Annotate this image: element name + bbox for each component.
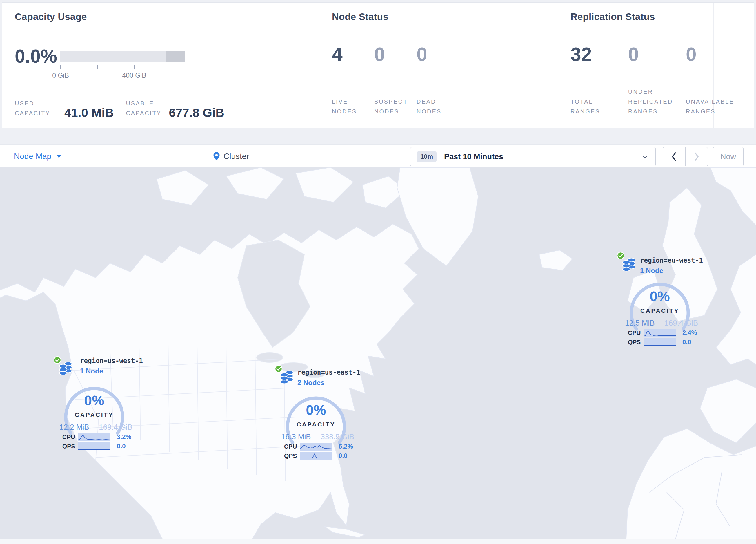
dead-nodes-label: DEAD NODES bbox=[417, 97, 451, 116]
database-nodes-icon bbox=[59, 361, 72, 376]
node-count-link[interactable]: 1 Node bbox=[80, 367, 143, 375]
qps-row: QPS 0.0 bbox=[628, 338, 700, 347]
time-window-badge: 10m bbox=[417, 151, 437, 162]
cpu-row: CPU 5.2% bbox=[284, 442, 357, 451]
used-capacity: 12.5 MiB bbox=[625, 319, 655, 328]
map-toolbar: Node Map Cluster 10m Past 10 Minutes bbox=[0, 144, 756, 168]
axis-tick-label: 0 GiB bbox=[43, 72, 78, 79]
time-step-buttons bbox=[663, 147, 708, 166]
capacity-caption: CAPACITY bbox=[619, 307, 700, 314]
under-replicated-ranges-stat: 0 UNDER-REPLICATED RANGES bbox=[628, 44, 686, 116]
total-ranges-value: 32 bbox=[570, 44, 628, 65]
used-capacity: 16.3 MiB bbox=[281, 432, 311, 441]
replication-status-section: Replication Status 32 TOTAL RANGES 0 UND… bbox=[570, 11, 753, 127]
map-pin-icon bbox=[213, 152, 220, 161]
region-label: region=us-east-1 bbox=[297, 368, 360, 377]
under-replicated-ranges-value: 0 bbox=[628, 44, 686, 65]
time-window-select[interactable]: 10m Past 10 Minutes bbox=[410, 147, 656, 166]
qps-value: 0.0 bbox=[339, 452, 348, 460]
dead-nodes-stat: 0 DEAD NODES bbox=[417, 44, 463, 116]
unavailable-ranges-label: UNAVAILABLE RANGES bbox=[686, 97, 744, 116]
world-map bbox=[0, 167, 756, 539]
suspect-nodes-value: 0 bbox=[374, 44, 417, 65]
chevron-right-icon bbox=[694, 152, 699, 161]
live-nodes-label: LIVE NODES bbox=[332, 97, 367, 116]
region-label: region=eu-west-1 bbox=[640, 256, 703, 264]
node-count-link[interactable]: 1 Node bbox=[640, 266, 703, 275]
qps-row: QPS 0.0 bbox=[62, 442, 135, 451]
view-selector-dropdown[interactable]: Node Map bbox=[14, 145, 61, 168]
node-status-stats: 4 LIVE NODES 0 SUSPECT NODES 0 DEAD NODE… bbox=[332, 44, 463, 116]
qps-label: QPS bbox=[284, 452, 300, 459]
qps-row: QPS 0.0 bbox=[284, 452, 357, 460]
cpu-sparkline bbox=[644, 329, 676, 337]
cpu-row: CPU 3.2% bbox=[62, 433, 135, 441]
cpu-label: CPU bbox=[62, 434, 78, 440]
view-selector-label: Node Map bbox=[14, 152, 51, 161]
capacity-percent: 0% bbox=[54, 394, 135, 408]
time-window-label: Past 10 Minutes bbox=[444, 152, 642, 161]
under-replicated-ranges-label: UNDER-REPLICATED RANGES bbox=[628, 87, 682, 116]
used-capacity-label: USED CAPACITY bbox=[15, 98, 60, 119]
cluster-summary-panel: Capacity Usage 0.0% 0 GiB 400 GiB USED C… bbox=[2, 2, 754, 128]
chevron-down-icon bbox=[642, 155, 648, 158]
qps-value: 0.0 bbox=[682, 338, 691, 346]
cpu-label: CPU bbox=[284, 443, 300, 450]
locality-labels: region=eu-west-1 1 Node bbox=[640, 256, 703, 275]
capacity-percent: 0% bbox=[619, 290, 700, 304]
cpu-sparkline bbox=[78, 433, 110, 441]
total-ranges-label: TOTAL RANGES bbox=[570, 97, 608, 116]
replication-status-title: Replication Status bbox=[570, 11, 753, 22]
capacity-percent: 0% bbox=[275, 403, 357, 417]
qps-label: QPS bbox=[62, 443, 78, 450]
cpu-label: CPU bbox=[628, 329, 644, 336]
total-ranges-stat: 32 TOTAL RANGES bbox=[570, 44, 628, 116]
dead-nodes-value: 0 bbox=[417, 44, 463, 65]
cpu-sparkline bbox=[300, 443, 332, 451]
qps-value: 0.0 bbox=[117, 443, 126, 450]
qps-label: QPS bbox=[628, 339, 644, 346]
step-back-button[interactable] bbox=[663, 147, 686, 166]
replication-stats: 32 TOTAL RANGES 0 UNDER-REPLICATED RANGE… bbox=[570, 44, 744, 116]
section-divider bbox=[297, 3, 297, 128]
page-footer-strip bbox=[0, 539, 756, 544]
qps-sparkline bbox=[644, 338, 676, 346]
cpu-row: CPU 2.4% bbox=[628, 329, 700, 337]
qps-sparkline bbox=[78, 443, 110, 450]
axis-tick bbox=[171, 65, 171, 69]
qps-sparkline bbox=[300, 452, 332, 460]
total-capacity: 169.4 GiB bbox=[99, 423, 132, 432]
region-label: region=us-west-1 bbox=[80, 356, 143, 365]
used-capacity: 12.2 MiB bbox=[59, 423, 89, 432]
live-nodes-value: 4 bbox=[332, 44, 374, 65]
chevron-left-icon bbox=[671, 152, 677, 161]
axis-tick bbox=[60, 65, 61, 69]
unavailable-ranges-stat: 0 UNAVAILABLE RANGES bbox=[686, 44, 744, 116]
capacity-usage-section: Capacity Usage 0.0% 0 GiB 400 GiB USED C… bbox=[15, 11, 290, 127]
step-forward-button[interactable] bbox=[686, 147, 708, 166]
chevron-down-icon bbox=[57, 155, 61, 158]
capacity-usage-bar: 0 GiB 400 GiB bbox=[60, 51, 185, 62]
cluster-overview-page: Capacity Usage 0.0% 0 GiB 400 GiB USED C… bbox=[0, 0, 756, 544]
breadcrumb-label: Cluster bbox=[223, 152, 249, 161]
now-button[interactable]: Now bbox=[713, 147, 744, 166]
capacity-usage-title: Capacity Usage bbox=[15, 11, 290, 22]
capacity-values: 16.3 MiB 338.9 GiB bbox=[281, 432, 354, 441]
capacity-detail-row: USED CAPACITY 41.0 MiB USABLE CAPACITY 6… bbox=[15, 98, 224, 119]
total-capacity: 169.4 GiB bbox=[664, 319, 698, 328]
node-count-link[interactable]: 2 Nodes bbox=[297, 379, 360, 387]
database-nodes-icon bbox=[622, 257, 636, 272]
cpu-value: 5.2% bbox=[339, 443, 353, 450]
suspect-nodes-label: SUSPECT NODES bbox=[374, 97, 412, 116]
usable-capacity-value: 677.8 GiB bbox=[169, 107, 224, 119]
breadcrumb[interactable]: Cluster bbox=[213, 145, 249, 168]
axis-tick-label: 400 GiB bbox=[117, 72, 152, 79]
database-nodes-icon bbox=[280, 370, 294, 385]
locality-labels: region=us-east-1 2 Nodes bbox=[297, 368, 360, 387]
capacity-usage-bar-used-segment bbox=[166, 51, 185, 62]
node-status-section: Node Status 4 LIVE NODES 0 SUSPECT NODES… bbox=[332, 11, 552, 127]
suspect-nodes-stat: 0 SUSPECT NODES bbox=[374, 44, 417, 116]
node-map[interactable] bbox=[0, 167, 756, 539]
locality-labels: region=us-west-1 1 Node bbox=[80, 356, 143, 375]
axis-tick bbox=[97, 65, 98, 69]
